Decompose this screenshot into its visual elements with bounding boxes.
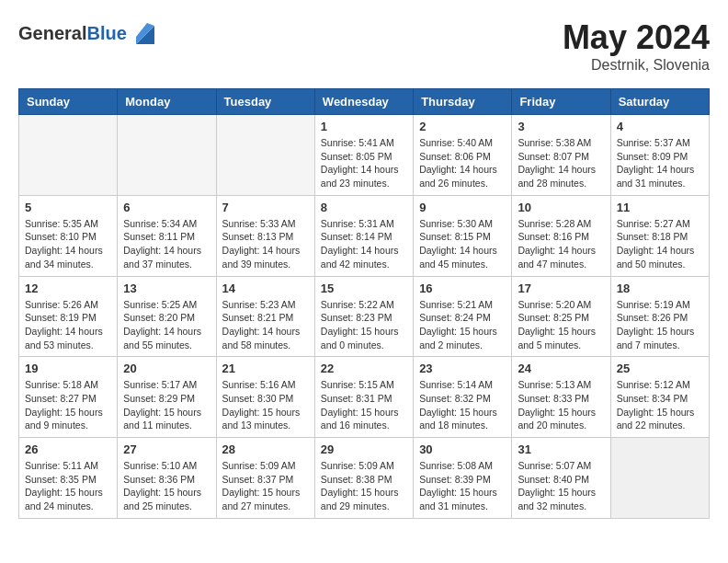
calendar-cell: 4Sunrise: 5:37 AMSunset: 8:09 PMDaylight… [610, 115, 709, 196]
calendar-cell: 28Sunrise: 5:09 AMSunset: 8:37 PMDayligh… [216, 438, 314, 519]
calendar-week-row: 1Sunrise: 5:41 AMSunset: 8:05 PMDaylight… [19, 115, 710, 196]
day-info: Sunrise: 5:11 AMSunset: 8:35 PMDaylight:… [25, 459, 111, 513]
day-number: 9 [419, 201, 506, 214]
calendar-cell: 14Sunrise: 5:23 AMSunset: 8:21 PMDayligh… [216, 276, 314, 357]
title-block: May 2024 Destrnik, Slovenia [563, 18, 710, 74]
day-info: Sunrise: 5:09 AMSunset: 8:38 PMDaylight:… [321, 459, 407, 513]
calendar-cell: 7Sunrise: 5:33 AMSunset: 8:13 PMDaylight… [216, 195, 314, 276]
calendar-cell: 18Sunrise: 5:19 AMSunset: 8:26 PMDayligh… [610, 276, 709, 357]
day-number: 26 [25, 442, 111, 456]
calendar-cell: 17Sunrise: 5:20 AMSunset: 8:25 PMDayligh… [512, 276, 610, 357]
calendar-week-row: 5Sunrise: 5:35 AMSunset: 8:10 PMDaylight… [19, 195, 710, 276]
day-number: 10 [518, 201, 604, 214]
calendar-cell: 23Sunrise: 5:14 AMSunset: 8:32 PMDayligh… [414, 357, 512, 438]
day-info: Sunrise: 5:28 AMSunset: 8:16 PMDaylight:… [518, 217, 604, 271]
logo: GeneralBlue [18, 18, 158, 48]
day-number: 22 [321, 362, 407, 375]
location-title: Destrnik, Slovenia [563, 57, 710, 74]
day-info: Sunrise: 5:37 AMSunset: 8:09 PMDaylight:… [617, 136, 703, 190]
day-number: 5 [25, 201, 111, 214]
day-info: Sunrise: 5:14 AMSunset: 8:32 PMDaylight:… [419, 378, 506, 432]
day-info: Sunrise: 5:12 AMSunset: 8:34 PMDaylight:… [617, 378, 703, 432]
weekday-header-row: SundayMondayTuesdayWednesdayThursdayFrid… [19, 89, 710, 115]
day-info: Sunrise: 5:34 AMSunset: 8:11 PMDaylight:… [123, 217, 210, 271]
day-info: Sunrise: 5:19 AMSunset: 8:26 PMDaylight:… [617, 298, 703, 352]
day-number: 7 [222, 201, 309, 214]
day-number: 16 [419, 282, 506, 295]
calendar-cell: 16Sunrise: 5:21 AMSunset: 8:24 PMDayligh… [414, 276, 512, 357]
day-number: 11 [617, 201, 703, 214]
weekday-header: Saturday [610, 89, 709, 115]
day-number: 8 [321, 201, 407, 214]
day-number: 4 [617, 120, 703, 133]
day-info: Sunrise: 5:17 AMSunset: 8:29 PMDaylight:… [123, 378, 210, 432]
calendar-cell: 1Sunrise: 5:41 AMSunset: 8:05 PMDaylight… [314, 115, 413, 196]
day-number: 30 [419, 442, 506, 456]
calendar-cell: 12Sunrise: 5:26 AMSunset: 8:19 PMDayligh… [19, 276, 118, 357]
day-info: Sunrise: 5:10 AMSunset: 8:36 PMDaylight:… [123, 459, 210, 513]
day-number: 28 [222, 442, 309, 456]
day-number: 20 [123, 362, 210, 375]
day-info: Sunrise: 5:40 AMSunset: 8:06 PMDaylight:… [419, 136, 506, 190]
calendar-cell [19, 115, 118, 196]
day-number: 23 [419, 362, 506, 375]
calendar-cell: 22Sunrise: 5:15 AMSunset: 8:31 PMDayligh… [314, 357, 413, 438]
day-info: Sunrise: 5:35 AMSunset: 8:10 PMDaylight:… [25, 217, 111, 271]
calendar-cell: 2Sunrise: 5:40 AMSunset: 8:06 PMDaylight… [414, 115, 512, 196]
month-title: May 2024 [563, 18, 710, 57]
page-header: GeneralBlue May 2024 Destrnik, Slovenia [18, 18, 710, 74]
calendar-cell: 27Sunrise: 5:10 AMSunset: 8:36 PMDayligh… [118, 438, 216, 519]
day-number: 12 [25, 282, 111, 295]
calendar-cell: 15Sunrise: 5:22 AMSunset: 8:23 PMDayligh… [314, 276, 413, 357]
weekday-header: Sunday [19, 89, 118, 115]
calendar-cell: 24Sunrise: 5:13 AMSunset: 8:33 PMDayligh… [512, 357, 610, 438]
day-number: 15 [321, 282, 407, 295]
calendar-cell: 6Sunrise: 5:34 AMSunset: 8:11 PMDaylight… [118, 195, 216, 276]
day-info: Sunrise: 5:30 AMSunset: 8:15 PMDaylight:… [419, 217, 506, 271]
logo-icon [129, 18, 158, 48]
weekday-header: Wednesday [314, 89, 413, 115]
day-number: 14 [222, 282, 309, 295]
weekday-header: Friday [512, 89, 610, 115]
day-info: Sunrise: 5:20 AMSunset: 8:25 PMDaylight:… [518, 298, 604, 352]
day-info: Sunrise: 5:25 AMSunset: 8:20 PMDaylight:… [123, 298, 210, 352]
calendar-cell: 9Sunrise: 5:30 AMSunset: 8:15 PMDaylight… [414, 195, 512, 276]
calendar-cell [216, 115, 314, 196]
day-number: 25 [617, 362, 703, 375]
day-info: Sunrise: 5:18 AMSunset: 8:27 PMDaylight:… [25, 378, 111, 432]
day-number: 21 [222, 362, 309, 375]
calendar-week-row: 19Sunrise: 5:18 AMSunset: 8:27 PMDayligh… [19, 357, 710, 438]
day-number: 3 [518, 120, 604, 133]
day-number: 18 [617, 282, 703, 295]
day-number: 1 [321, 120, 407, 133]
calendar-cell: 25Sunrise: 5:12 AMSunset: 8:34 PMDayligh… [610, 357, 709, 438]
calendar-cell: 31Sunrise: 5:07 AMSunset: 8:40 PMDayligh… [512, 438, 610, 519]
day-number: 6 [123, 201, 210, 214]
day-number: 31 [518, 442, 604, 456]
calendar-cell [610, 438, 709, 519]
day-number: 29 [321, 442, 407, 456]
day-number: 2 [419, 120, 506, 133]
calendar-cell: 20Sunrise: 5:17 AMSunset: 8:29 PMDayligh… [118, 357, 216, 438]
logo-general: General [18, 23, 86, 43]
calendar-cell: 19Sunrise: 5:18 AMSunset: 8:27 PMDayligh… [19, 357, 118, 438]
calendar-cell [118, 115, 216, 196]
day-info: Sunrise: 5:22 AMSunset: 8:23 PMDaylight:… [321, 298, 407, 352]
calendar-cell: 5Sunrise: 5:35 AMSunset: 8:10 PMDaylight… [19, 195, 118, 276]
calendar-table: SundayMondayTuesdayWednesdayThursdayFrid… [18, 88, 710, 519]
day-info: Sunrise: 5:27 AMSunset: 8:18 PMDaylight:… [617, 217, 703, 271]
calendar-cell: 13Sunrise: 5:25 AMSunset: 8:20 PMDayligh… [118, 276, 216, 357]
day-info: Sunrise: 5:38 AMSunset: 8:07 PMDaylight:… [518, 136, 604, 190]
calendar-cell: 3Sunrise: 5:38 AMSunset: 8:07 PMDaylight… [512, 115, 610, 196]
day-info: Sunrise: 5:13 AMSunset: 8:33 PMDaylight:… [518, 378, 604, 432]
day-info: Sunrise: 5:16 AMSunset: 8:30 PMDaylight:… [222, 378, 309, 432]
calendar-cell: 29Sunrise: 5:09 AMSunset: 8:38 PMDayligh… [314, 438, 413, 519]
calendar-cell: 30Sunrise: 5:08 AMSunset: 8:39 PMDayligh… [414, 438, 512, 519]
day-number: 17 [518, 282, 604, 295]
calendar-week-row: 26Sunrise: 5:11 AMSunset: 8:35 PMDayligh… [19, 438, 710, 519]
calendar-cell: 21Sunrise: 5:16 AMSunset: 8:30 PMDayligh… [216, 357, 314, 438]
calendar-week-row: 12Sunrise: 5:26 AMSunset: 8:19 PMDayligh… [19, 276, 710, 357]
day-info: Sunrise: 5:21 AMSunset: 8:24 PMDaylight:… [419, 298, 506, 352]
day-number: 19 [25, 362, 111, 375]
day-info: Sunrise: 5:09 AMSunset: 8:37 PMDaylight:… [222, 459, 309, 513]
